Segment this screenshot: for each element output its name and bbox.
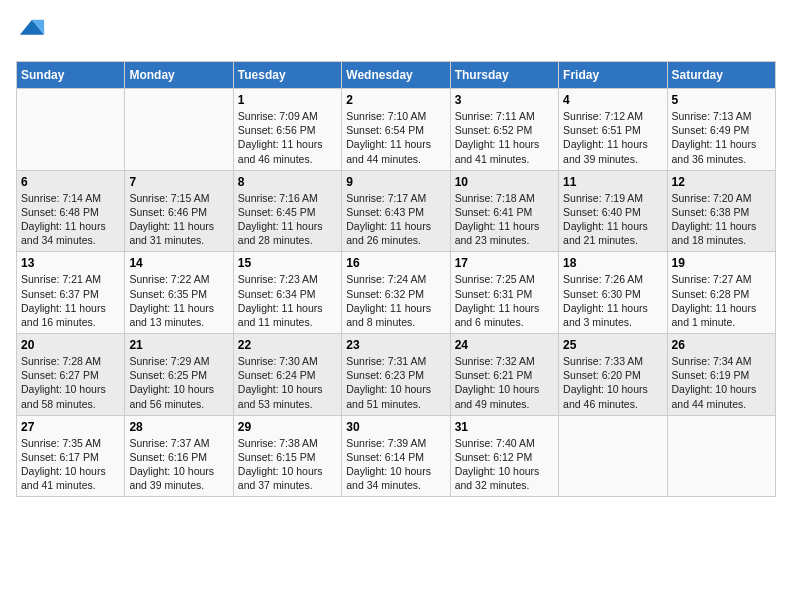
calendar-table: SundayMondayTuesdayWednesdayThursdayFrid…: [16, 61, 776, 497]
day-number: 27: [21, 420, 120, 434]
day-number: 9: [346, 175, 445, 189]
day-number: 14: [129, 256, 228, 270]
header-wednesday: Wednesday: [342, 62, 450, 89]
day-info: Sunrise: 7:10 AMSunset: 6:54 PMDaylight:…: [346, 109, 445, 166]
day-number: 1: [238, 93, 337, 107]
day-info: Sunrise: 7:35 AMSunset: 6:17 PMDaylight:…: [21, 436, 120, 493]
calendar-day-cell: 30Sunrise: 7:39 AMSunset: 6:14 PMDayligh…: [342, 415, 450, 497]
day-info: Sunrise: 7:29 AMSunset: 6:25 PMDaylight:…: [129, 354, 228, 411]
calendar-day-cell: 24Sunrise: 7:32 AMSunset: 6:21 PMDayligh…: [450, 334, 558, 416]
calendar-day-cell: 14Sunrise: 7:22 AMSunset: 6:35 PMDayligh…: [125, 252, 233, 334]
calendar-day-cell: 12Sunrise: 7:20 AMSunset: 6:38 PMDayligh…: [667, 170, 775, 252]
header-thursday: Thursday: [450, 62, 558, 89]
calendar-day-cell: 22Sunrise: 7:30 AMSunset: 6:24 PMDayligh…: [233, 334, 341, 416]
day-info: Sunrise: 7:15 AMSunset: 6:46 PMDaylight:…: [129, 191, 228, 248]
calendar-day-cell: 9Sunrise: 7:17 AMSunset: 6:43 PMDaylight…: [342, 170, 450, 252]
day-info: Sunrise: 7:26 AMSunset: 6:30 PMDaylight:…: [563, 272, 662, 329]
calendar-day-cell: 20Sunrise: 7:28 AMSunset: 6:27 PMDayligh…: [17, 334, 125, 416]
day-number: 8: [238, 175, 337, 189]
calendar-day-cell: 27Sunrise: 7:35 AMSunset: 6:17 PMDayligh…: [17, 415, 125, 497]
calendar-day-cell: 17Sunrise: 7:25 AMSunset: 6:31 PMDayligh…: [450, 252, 558, 334]
calendar-day-cell: 21Sunrise: 7:29 AMSunset: 6:25 PMDayligh…: [125, 334, 233, 416]
calendar-day-cell: 8Sunrise: 7:16 AMSunset: 6:45 PMDaylight…: [233, 170, 341, 252]
day-number: 19: [672, 256, 771, 270]
calendar-day-cell: [17, 89, 125, 171]
day-number: 17: [455, 256, 554, 270]
day-info: Sunrise: 7:13 AMSunset: 6:49 PMDaylight:…: [672, 109, 771, 166]
calendar-week-row: 6Sunrise: 7:14 AMSunset: 6:48 PMDaylight…: [17, 170, 776, 252]
day-info: Sunrise: 7:34 AMSunset: 6:19 PMDaylight:…: [672, 354, 771, 411]
day-info: Sunrise: 7:12 AMSunset: 6:51 PMDaylight:…: [563, 109, 662, 166]
header-tuesday: Tuesday: [233, 62, 341, 89]
day-info: Sunrise: 7:33 AMSunset: 6:20 PMDaylight:…: [563, 354, 662, 411]
calendar-day-cell: 28Sunrise: 7:37 AMSunset: 6:16 PMDayligh…: [125, 415, 233, 497]
header-monday: Monday: [125, 62, 233, 89]
calendar-day-cell: 4Sunrise: 7:12 AMSunset: 6:51 PMDaylight…: [559, 89, 667, 171]
calendar-week-row: 20Sunrise: 7:28 AMSunset: 6:27 PMDayligh…: [17, 334, 776, 416]
calendar-day-cell: [125, 89, 233, 171]
day-number: 13: [21, 256, 120, 270]
day-info: Sunrise: 7:22 AMSunset: 6:35 PMDaylight:…: [129, 272, 228, 329]
calendar-day-cell: 1Sunrise: 7:09 AMSunset: 6:56 PMDaylight…: [233, 89, 341, 171]
day-number: 12: [672, 175, 771, 189]
day-number: 16: [346, 256, 445, 270]
day-number: 30: [346, 420, 445, 434]
day-info: Sunrise: 7:23 AMSunset: 6:34 PMDaylight:…: [238, 272, 337, 329]
calendar-week-row: 27Sunrise: 7:35 AMSunset: 6:17 PMDayligh…: [17, 415, 776, 497]
day-info: Sunrise: 7:18 AMSunset: 6:41 PMDaylight:…: [455, 191, 554, 248]
calendar-day-cell: 26Sunrise: 7:34 AMSunset: 6:19 PMDayligh…: [667, 334, 775, 416]
calendar-day-cell: 31Sunrise: 7:40 AMSunset: 6:12 PMDayligh…: [450, 415, 558, 497]
day-number: 31: [455, 420, 554, 434]
header-friday: Friday: [559, 62, 667, 89]
calendar-day-cell: 7Sunrise: 7:15 AMSunset: 6:46 PMDaylight…: [125, 170, 233, 252]
day-info: Sunrise: 7:37 AMSunset: 6:16 PMDaylight:…: [129, 436, 228, 493]
calendar-day-cell: 29Sunrise: 7:38 AMSunset: 6:15 PMDayligh…: [233, 415, 341, 497]
day-number: 2: [346, 93, 445, 107]
calendar-week-row: 13Sunrise: 7:21 AMSunset: 6:37 PMDayligh…: [17, 252, 776, 334]
day-info: Sunrise: 7:27 AMSunset: 6:28 PMDaylight:…: [672, 272, 771, 329]
day-info: Sunrise: 7:16 AMSunset: 6:45 PMDaylight:…: [238, 191, 337, 248]
calendar-day-cell: 6Sunrise: 7:14 AMSunset: 6:48 PMDaylight…: [17, 170, 125, 252]
logo-text: [16, 16, 46, 49]
calendar-header-row: SundayMondayTuesdayWednesdayThursdayFrid…: [17, 62, 776, 89]
day-number: 15: [238, 256, 337, 270]
day-info: Sunrise: 7:09 AMSunset: 6:56 PMDaylight:…: [238, 109, 337, 166]
day-info: Sunrise: 7:39 AMSunset: 6:14 PMDaylight:…: [346, 436, 445, 493]
day-number: 21: [129, 338, 228, 352]
calendar-day-cell: 25Sunrise: 7:33 AMSunset: 6:20 PMDayligh…: [559, 334, 667, 416]
day-info: Sunrise: 7:31 AMSunset: 6:23 PMDaylight:…: [346, 354, 445, 411]
day-info: Sunrise: 7:28 AMSunset: 6:27 PMDaylight:…: [21, 354, 120, 411]
calendar-day-cell: 11Sunrise: 7:19 AMSunset: 6:40 PMDayligh…: [559, 170, 667, 252]
day-number: 6: [21, 175, 120, 189]
calendar-week-row: 1Sunrise: 7:09 AMSunset: 6:56 PMDaylight…: [17, 89, 776, 171]
logo: [16, 16, 46, 49]
calendar-day-cell: 2Sunrise: 7:10 AMSunset: 6:54 PMDaylight…: [342, 89, 450, 171]
day-number: 29: [238, 420, 337, 434]
day-info: Sunrise: 7:20 AMSunset: 6:38 PMDaylight:…: [672, 191, 771, 248]
day-info: Sunrise: 7:17 AMSunset: 6:43 PMDaylight:…: [346, 191, 445, 248]
day-info: Sunrise: 7:40 AMSunset: 6:12 PMDaylight:…: [455, 436, 554, 493]
calendar-day-cell: [559, 415, 667, 497]
day-number: 5: [672, 93, 771, 107]
day-number: 18: [563, 256, 662, 270]
calendar-day-cell: 15Sunrise: 7:23 AMSunset: 6:34 PMDayligh…: [233, 252, 341, 334]
day-number: 20: [21, 338, 120, 352]
page-header: [16, 16, 776, 49]
calendar-day-cell: 5Sunrise: 7:13 AMSunset: 6:49 PMDaylight…: [667, 89, 775, 171]
day-number: 3: [455, 93, 554, 107]
day-number: 7: [129, 175, 228, 189]
calendar-day-cell: 16Sunrise: 7:24 AMSunset: 6:32 PMDayligh…: [342, 252, 450, 334]
day-number: 24: [455, 338, 554, 352]
header-saturday: Saturday: [667, 62, 775, 89]
day-number: 10: [455, 175, 554, 189]
calendar-day-cell: 19Sunrise: 7:27 AMSunset: 6:28 PMDayligh…: [667, 252, 775, 334]
day-number: 22: [238, 338, 337, 352]
calendar-day-cell: 18Sunrise: 7:26 AMSunset: 6:30 PMDayligh…: [559, 252, 667, 334]
day-info: Sunrise: 7:21 AMSunset: 6:37 PMDaylight:…: [21, 272, 120, 329]
calendar-day-cell: [667, 415, 775, 497]
logo-icon: [18, 16, 46, 44]
day-number: 11: [563, 175, 662, 189]
calendar-day-cell: 3Sunrise: 7:11 AMSunset: 6:52 PMDaylight…: [450, 89, 558, 171]
calendar-day-cell: 10Sunrise: 7:18 AMSunset: 6:41 PMDayligh…: [450, 170, 558, 252]
day-number: 4: [563, 93, 662, 107]
